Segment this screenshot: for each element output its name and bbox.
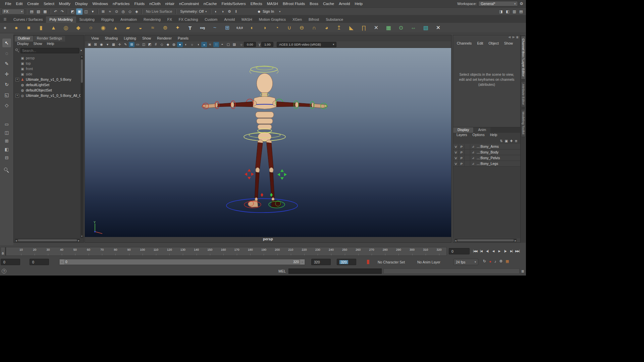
scroll-up-icon[interactable]: ▲ [80,55,83,58]
outliner-menu[interactable]: Display [15,42,31,47]
select-hierarchy-icon[interactable]: ◩ [69,8,76,15]
outliner-persp-layout-icon[interactable]: ◧ [2,146,11,153]
step-back-key-button[interactable]: |◀ [478,248,484,254]
scroll-left-icon[interactable]: ◀ [455,239,457,242]
lock-camera-icon[interactable]: ⊠ [93,42,98,47]
shelf-tab[interactable]: MASH [238,16,256,23]
sidebar-tab[interactable]: Channel Box / Layer Editor [521,36,526,79]
channel-box-menu[interactable]: Channels [454,41,474,45]
time-slider[interactable]: 0 10203040506070809010011012013014015016… [1,247,447,256]
center-pivot-icon[interactable]: 0,0,0 [233,23,246,33]
persp-graph-layout-icon[interactable]: ⊟ [2,154,11,161]
layer-state-cell[interactable] [465,161,470,166]
poly-cylinder-icon[interactable]: ▮ [35,23,47,33]
workspace-gear-icon[interactable]: ⚙ [520,1,523,6]
outliner-horizontal-scrollbar[interactable]: ◀ ▶ [15,239,80,242]
menu-item[interactable]: Modify [57,2,73,6]
boolean-intersection-icon[interactable]: ∩ [308,23,320,33]
channel-box-menu[interactable]: Show [501,41,516,45]
layer-name[interactable]: ...:Bony_Body [476,150,498,154]
zoom-layout-icon[interactable] [4,167,10,173]
textured-icon[interactable]: ◐ [183,42,189,47]
shelf-options-icon[interactable]: ✱ [0,26,10,30]
menu-item[interactable]: nCloth [147,2,163,6]
x-ray-icon[interactable]: ▨ [231,42,237,47]
menu-item[interactable]: Boss [307,2,321,6]
lasso-tool-icon[interactable]: ◌ [2,49,11,58]
channel-settings-icon[interactable]: ≣ [516,36,519,40]
command-language-toggle[interactable]: MEL [277,269,287,273]
layer-editor-menu[interactable]: Layers [454,133,470,138]
expand-toggle[interactable] [15,72,19,76]
channel-box-menu[interactable]: Object [486,41,501,45]
separate-icon[interactable]: ◑ [258,23,271,33]
scrollbar-thumb[interactable] [18,239,77,241]
playhead[interactable] [5,247,7,255]
motion-blur-icon[interactable]: ≈ [207,42,213,47]
layer-editor-tab[interactable]: Display [453,127,473,133]
delete-history-icon[interactable]: ✕ [432,23,444,33]
menu-item[interactable]: Fluids [132,2,147,6]
layer-name[interactable]: ...:Bony_Arms [476,144,499,148]
depth-of-field-icon[interactable]: ◓ [219,42,225,47]
layer-row[interactable]: V P ⊿ ...:Bony_Arms [453,144,520,149]
menu-item[interactable]: Help [352,2,365,6]
scroll-left-icon[interactable]: ◀ [15,239,17,242]
layer-editor-tab[interactable]: Anim [474,127,490,133]
menu-set-dropdown[interactable]: FX ▾ [2,9,24,14]
poly-prism-icon[interactable]: ▰ [122,23,134,33]
layer-state-cell[interactable] [465,150,470,155]
shelf-tab[interactable]: Rendering [140,16,164,23]
step-back-frame-button[interactable]: ◀| [484,248,490,254]
camera-attributes-icon[interactable]: ◉ [99,42,104,47]
extrude-icon[interactable]: ↥ [333,23,345,33]
sign-in-dropdown[interactable]: ☻ Sign In ▾ [255,9,283,14]
shelf-tab[interactable]: Poly Modeling [46,16,76,23]
layers-sort-icon[interactable]: ⇅ [500,139,502,143]
shelf-menu-icon[interactable]: ☰ [0,17,10,21]
add-empty-layer-icon[interactable]: ✚ [510,139,513,143]
gamma-field[interactable]: 1.00 [261,42,273,47]
animation-preferences-icon[interactable]: ⚙ [499,259,502,263]
shelf-tab[interactable]: Animation [117,16,140,23]
search-filter-icon[interactable]: ▾ [80,49,82,52]
symmetry-dropdown[interactable]: Symmetry: Off ▾ [178,9,209,13]
layer-playback-toggle[interactable]: P [459,144,465,149]
colorspace-dropdown[interactable]: ACES 1.0 SDR-video (sRGB) ▾ [277,42,336,47]
current-time-field[interactable]: 0 [449,248,470,254]
expand-toggle[interactable]: + [15,94,19,98]
screen-space-ao-icon[interactable]: ◒ [201,42,207,47]
expand-toggle[interactable] [15,56,19,60]
outliner-item[interactable]: ▣ top [14,61,80,66]
character-set-dropdown[interactable]: No Character Set [378,260,405,264]
shelf-tab[interactable]: Motion Graphics [256,16,289,23]
layer-state-cell[interactable] [465,156,470,161]
outliner-menu[interactable]: Help [45,42,57,47]
snap-to-projected-center-icon[interactable]: ◎ [120,8,126,15]
shelf-tab[interactable]: XGen [289,16,305,23]
expand-toggle[interactable]: + [15,78,19,81]
outliner-item[interactable]: ◍ defaultLightSet [14,82,80,87]
search-input[interactable] [20,48,79,53]
anti-aliasing-icon[interactable]: ∷ [213,42,219,47]
outliner-item[interactable]: + ♟ Ultimate_Bony_v1_0_5:Bony [14,77,80,82]
menu-item[interactable]: Select [41,2,57,6]
playback-end-field[interactable]: 320 [311,259,331,265]
bookmark-icon[interactable] [367,260,369,264]
expand-toggle[interactable] [15,62,19,65]
type-tool-icon[interactable]: T [184,23,196,33]
ipr-render-icon[interactable]: ◑ [219,8,226,15]
layer-name[interactable]: ...:Bony_Legs [476,162,498,166]
sidebar-tab[interactable]: Modeling Toolkit [521,109,526,137]
select-object-icon[interactable]: ▣ [76,8,83,15]
pause-simulation-icon[interactable]: ‖ [233,8,239,15]
layer-name[interactable]: ...:Bony_Pelvis [476,156,500,160]
scrollbar-thumb[interactable] [457,239,514,241]
shelf-tab[interactable]: Curves / Surfaces [10,16,46,23]
smooth-icon[interactable]: ◕ [320,23,333,33]
range-slider[interactable]: 0 320 [59,259,305,265]
outliner-menu[interactable]: Show [31,42,44,47]
outliner-item[interactable]: ▣ side [14,71,80,77]
layer-editor-menu[interactable]: Help [487,133,500,138]
viewport-menu[interactable]: Panels [175,36,192,40]
